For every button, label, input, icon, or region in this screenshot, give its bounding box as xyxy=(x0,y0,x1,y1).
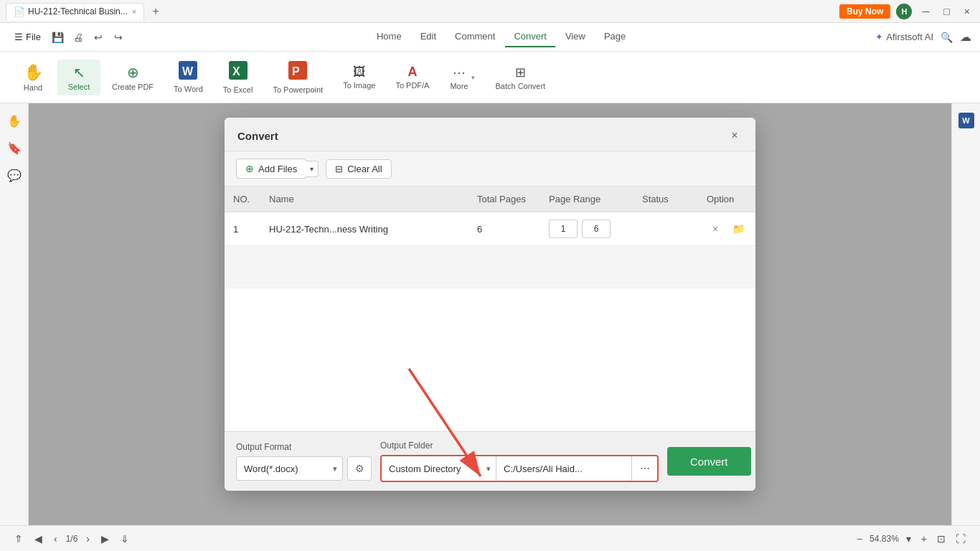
to-word-label: To Word xyxy=(174,85,203,93)
cell-pages: 6 xyxy=(468,212,540,246)
sidebar-annotation-icon[interactable]: 💬 xyxy=(4,165,24,185)
buy-now-button[interactable]: Buy Now xyxy=(839,4,890,19)
format-select[interactable]: Word(*.docx) Excel(*.xlsx) PowerPoint(*.… xyxy=(236,456,343,481)
svg-text:W: W xyxy=(182,65,194,77)
folder-row: Custom Directory Same as Source ⋯ xyxy=(380,455,659,482)
file-menu[interactable]: ☰ File xyxy=(9,29,47,45)
first-page-button[interactable]: ⇑ xyxy=(11,532,26,546)
page-from-input[interactable] xyxy=(549,220,578,238)
to-image-icon: 🖼 xyxy=(353,65,366,80)
cell-status xyxy=(633,212,698,246)
create-pdf-tool[interactable]: ⊕ Create PDF xyxy=(103,60,162,95)
batch-convert-label: Batch Convert xyxy=(495,82,545,90)
output-format-label: Output Format xyxy=(236,442,372,452)
nav-comment[interactable]: Comment xyxy=(446,27,504,47)
menu-bar: ☰ File 💾 🖨 ↩ ↪ Home Edit Comment Convert… xyxy=(0,23,980,52)
clear-all-button[interactable]: ⊟ Clear All xyxy=(326,159,391,179)
page-info: 1/6 xyxy=(66,534,78,544)
sidebar-bookmark-icon[interactable]: 🔖 xyxy=(4,138,24,158)
open-folder-button[interactable]: 📁 xyxy=(730,220,747,237)
search-button[interactable]: 🔍 xyxy=(941,32,953,43)
convert-button[interactable]: Convert xyxy=(667,447,751,476)
fit-page-button[interactable]: ⊡ xyxy=(934,532,948,546)
fullscreen-button[interactable]: ⛶ xyxy=(953,532,969,546)
tab-title: HU-212-Technical Busin... xyxy=(28,6,128,17)
hand-tool[interactable]: ✋ Hand xyxy=(11,59,55,96)
folder-path-input[interactable] xyxy=(496,456,631,481)
ai-label: Afirstsoft AI xyxy=(886,32,933,42)
zoom-out-button[interactable]: − xyxy=(854,532,865,546)
undo-button[interactable]: ↩ xyxy=(90,29,107,46)
close-button[interactable]: × xyxy=(960,4,974,19)
to-pdfa-tool[interactable]: A To PDF/A xyxy=(387,60,438,94)
folder-browse-button[interactable]: ⋯ xyxy=(631,456,657,481)
batch-convert-icon: ⊞ xyxy=(515,65,526,80)
sidebar-left: ✋ 🔖 💬 xyxy=(0,103,29,525)
add-files-label: Add Files xyxy=(258,164,297,174)
page-to-input[interactable] xyxy=(582,220,611,238)
add-files-button[interactable]: ⊕ Add Files xyxy=(236,159,306,179)
col-pages: Total Pages xyxy=(468,187,540,212)
more-label: More xyxy=(450,82,468,90)
user-avatar[interactable]: H xyxy=(896,4,912,19)
title-bar: 📄 HU-212-Technical Busin... × + Buy Now … xyxy=(0,0,980,23)
select-tool[interactable]: ↖ Select xyxy=(57,60,100,95)
col-option: Option xyxy=(698,187,755,212)
redo-button[interactable]: ↪ xyxy=(110,29,127,46)
nav-convert[interactable]: Convert xyxy=(505,27,555,47)
to-powerpoint-icon: P xyxy=(288,61,307,84)
format-settings-button[interactable]: ⚙ xyxy=(347,456,372,481)
to-powerpoint-tool[interactable]: P To Powerpoint xyxy=(264,57,331,98)
sidebar-hand-icon[interactable]: ✋ xyxy=(4,110,24,131)
add-files-dropdown-button[interactable]: ▾ xyxy=(306,161,319,177)
zoom-in-button[interactable]: + xyxy=(918,532,930,546)
to-pdfa-icon: A xyxy=(407,65,417,80)
file-menu-label: File xyxy=(26,32,41,42)
print-button[interactable]: 🖨 xyxy=(70,29,87,46)
last-page-button[interactable]: ⇓ xyxy=(118,532,132,546)
dialog-close-button[interactable]: × xyxy=(727,128,743,143)
nav-menu: Home Edit Comment Convert View Page xyxy=(127,27,875,47)
next-page-button[interactable]: ▶ xyxy=(98,532,112,546)
cloud-button[interactable]: ☁ xyxy=(960,30,971,44)
tab-close-button[interactable]: × xyxy=(132,7,136,16)
cell-no: 1 xyxy=(225,212,260,246)
nav-view[interactable]: View xyxy=(557,27,594,47)
more-icon: ⋯ xyxy=(453,65,466,80)
folder-type-select[interactable]: Custom Directory Same as Source xyxy=(382,456,496,481)
file-menu-icon: ☰ xyxy=(14,32,23,42)
svg-text:P: P xyxy=(292,65,300,77)
zoom-level: 54.83% xyxy=(870,534,899,544)
batch-convert-tool[interactable]: ⊞ Batch Convert xyxy=(486,60,554,95)
prev-arrow-button[interactable]: ‹ xyxy=(51,532,60,546)
word-translate-icon[interactable]: W xyxy=(956,110,976,131)
nav-edit[interactable]: Edit xyxy=(412,27,445,47)
next-arrow-button[interactable]: › xyxy=(83,532,93,546)
more-tool[interactable]: ⋯ More ▾ xyxy=(440,60,484,95)
output-folder-label: Output Folder xyxy=(380,441,659,451)
maximize-button[interactable]: □ xyxy=(939,4,953,19)
browser-tab[interactable]: 📄 HU-212-Technical Busin... × xyxy=(6,3,144,20)
quick-access-icons: 💾 🖨 ↩ ↪ xyxy=(50,29,127,46)
output-folder-section: Output Folder Custom Directory Same as S… xyxy=(380,441,659,482)
to-excel-icon: X xyxy=(229,61,248,84)
col-range: Page Range xyxy=(540,187,633,212)
to-excel-tool[interactable]: X To Excel xyxy=(215,57,262,98)
ai-star-icon: ✦ xyxy=(875,32,883,42)
nav-page[interactable]: Page xyxy=(595,27,634,47)
prev-page-button[interactable]: ◀ xyxy=(32,532,45,546)
minimize-button[interactable]: ─ xyxy=(918,4,933,19)
to-image-tool[interactable]: 🖼 To Image xyxy=(334,60,384,94)
new-tab-button[interactable]: + xyxy=(147,3,164,20)
remove-file-button[interactable]: × xyxy=(707,220,724,237)
table-row: 1 HU-212-Techn...ness Writing 6 xyxy=(225,212,755,246)
zoom-dropdown-button[interactable]: ▾ xyxy=(903,532,914,546)
status-nav: ⇑ ◀ ‹ 1/6 › ▶ ⇓ xyxy=(11,532,132,546)
to-word-tool[interactable]: W To Word xyxy=(165,57,212,98)
save-button[interactable]: 💾 xyxy=(50,29,67,46)
ai-button[interactable]: ✦ Afirstsoft AI xyxy=(875,32,933,42)
nav-home[interactable]: Home xyxy=(368,27,410,47)
to-image-label: To Image xyxy=(343,81,375,90)
select-icon: ↖ xyxy=(73,64,85,81)
clear-all-label: Clear All xyxy=(347,164,382,174)
